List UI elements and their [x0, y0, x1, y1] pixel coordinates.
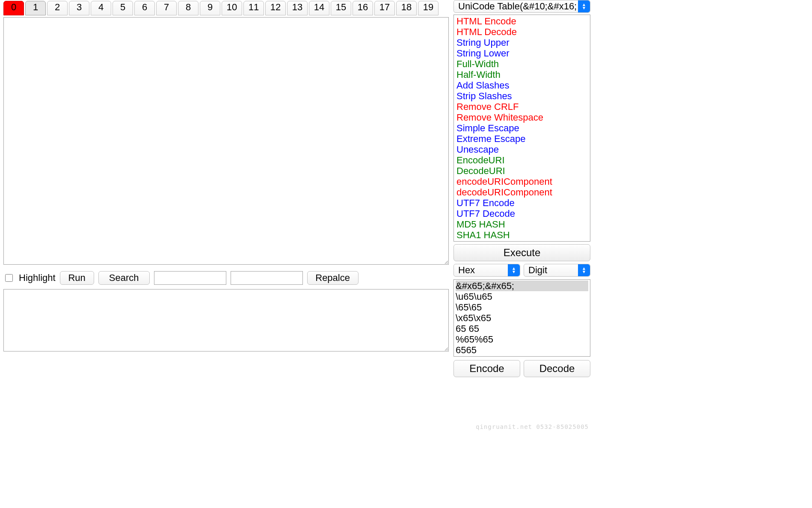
- select-arrows-icon: ▲▼: [578, 0, 590, 12]
- operation-item[interactable]: DecodeURI: [456, 165, 588, 176]
- tab-7[interactable]: 7: [156, 1, 177, 15]
- operation-item[interactable]: encodeURIComponent: [456, 176, 588, 187]
- operation-item[interactable]: Full-Width: [456, 59, 588, 69]
- main-textarea[interactable]: [3, 17, 449, 265]
- operation-item[interactable]: Remove CRLF: [456, 101, 588, 112]
- run-button[interactable]: Run: [60, 271, 94, 285]
- operation-item[interactable]: UTF7 Encode: [456, 198, 588, 208]
- operations-list: HTML EncodeHTML DecodeString UpperString…: [453, 15, 590, 242]
- tab-9[interactable]: 9: [200, 1, 220, 15]
- watermark: qingruanit.net 0532-85025005: [476, 423, 589, 430]
- tab-14[interactable]: 14: [309, 1, 329, 15]
- operation-item[interactable]: UTF7 Decode: [456, 208, 588, 219]
- replace-button[interactable]: Repalce: [307, 271, 359, 285]
- right-panel: UniCode Table(&#10;&#x16; ▲▼ HTML Encode…: [453, 0, 590, 508]
- tab-19[interactable]: 19: [418, 1, 439, 15]
- preview-line[interactable]: 65 65: [456, 323, 588, 334]
- encode-button[interactable]: Encode: [453, 360, 520, 377]
- decode-button[interactable]: Decode: [524, 360, 590, 377]
- tab-4[interactable]: 4: [91, 1, 111, 15]
- operation-item[interactable]: String Lower: [456, 48, 588, 59]
- operation-item[interactable]: decodeURIComponent: [456, 187, 588, 198]
- preview-line[interactable]: \u65\u65: [456, 291, 588, 302]
- tab-16[interactable]: 16: [353, 1, 373, 15]
- operation-item[interactable]: HTML Decode: [456, 27, 588, 37]
- operation-item[interactable]: MD5 HASH: [456, 219, 588, 230]
- execute-button[interactable]: Execute: [453, 244, 590, 261]
- operation-item[interactable]: Extreme Escape: [456, 133, 588, 144]
- output-textarea[interactable]: [3, 289, 449, 351]
- encode-decode-row: Encode Decode: [453, 360, 590, 377]
- tab-1[interactable]: 1: [25, 1, 46, 15]
- toolbar: Highlight Run Search Repalce: [3, 270, 449, 286]
- preview-line[interactable]: \x65\x65: [456, 313, 588, 323]
- operation-item[interactable]: SHA1 HASH: [456, 230, 588, 240]
- operation-item[interactable]: Unescape: [456, 144, 588, 155]
- search-button[interactable]: Search: [98, 271, 150, 285]
- unicode-table-select-label: UniCode Table(&#10;&#x16;: [458, 1, 577, 12]
- tab-0[interactable]: 0: [3, 1, 24, 15]
- left-panel: 012345678910111213141516171819 Highlight…: [0, 0, 451, 508]
- tab-18[interactable]: 18: [396, 1, 417, 15]
- operation-item[interactable]: Half-Width: [456, 69, 588, 80]
- preview-list: &#x65;&#x65;\u65\u65\65\65\x65\x6565 65%…: [453, 279, 590, 357]
- select-arrows-icon: ▲▼: [508, 264, 520, 276]
- tab-10[interactable]: 10: [222, 1, 242, 15]
- preview-line[interactable]: 6565: [456, 345, 588, 355]
- mode-selects: Hex ▲▼ Digit ▲▼: [453, 264, 590, 277]
- mode-right-label: Digit: [528, 265, 547, 276]
- operation-item[interactable]: HTML Encode: [456, 16, 588, 27]
- preview-line[interactable]: %65%65: [456, 334, 588, 345]
- replace-input[interactable]: [231, 271, 303, 285]
- tab-row: 012345678910111213141516171819: [3, 0, 449, 15]
- operation-item[interactable]: EncodeURI: [456, 155, 588, 165]
- preview-line[interactable]: \65\65: [456, 302, 588, 313]
- mode-right-select[interactable]: Digit ▲▼: [524, 264, 590, 277]
- highlight-checkbox[interactable]: [5, 274, 13, 282]
- unicode-table-select[interactable]: UniCode Table(&#10;&#x16; ▲▼: [453, 0, 590, 13]
- tab-3[interactable]: 3: [69, 1, 89, 15]
- tab-17[interactable]: 17: [374, 1, 395, 15]
- tab-6[interactable]: 6: [134, 1, 155, 15]
- operation-item[interactable]: Remove Whitespace: [456, 112, 588, 123]
- tab-13[interactable]: 13: [287, 1, 308, 15]
- mode-left-select[interactable]: Hex ▲▼: [453, 264, 520, 277]
- mode-left-label: Hex: [458, 265, 475, 276]
- tab-8[interactable]: 8: [178, 1, 199, 15]
- highlight-label: Highlight: [19, 272, 56, 284]
- tab-5[interactable]: 5: [113, 1, 133, 15]
- operation-item[interactable]: String Upper: [456, 37, 588, 48]
- operation-item[interactable]: Add Slashes: [456, 80, 588, 91]
- tab-11[interactable]: 11: [243, 1, 264, 15]
- tab-15[interactable]: 15: [331, 1, 351, 15]
- search-input[interactable]: [154, 271, 226, 285]
- tab-12[interactable]: 12: [265, 1, 286, 15]
- select-arrows-icon: ▲▼: [578, 264, 590, 276]
- operation-item[interactable]: Strip Slashes: [456, 91, 588, 101]
- tab-2[interactable]: 2: [47, 1, 68, 15]
- operation-item[interactable]: Simple Escape: [456, 123, 588, 133]
- preview-line[interactable]: &#x65;&#x65;: [456, 281, 588, 291]
